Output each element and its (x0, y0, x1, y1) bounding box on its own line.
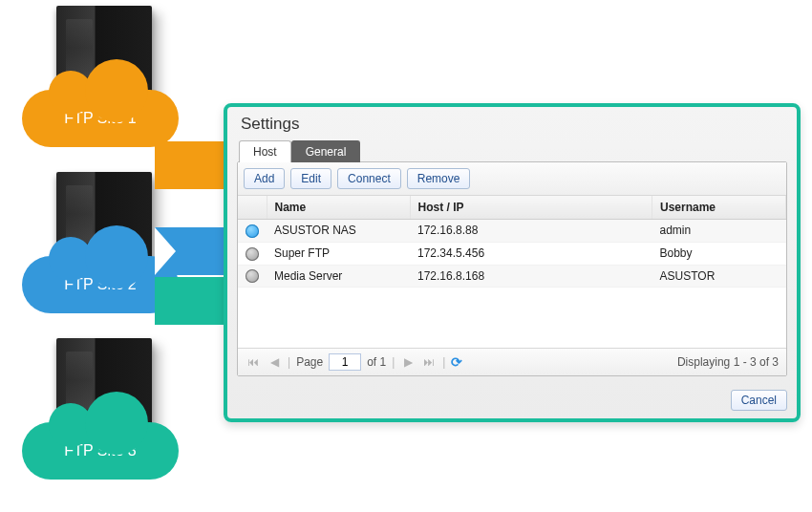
refresh-icon[interactable]: ⟳ (451, 354, 462, 370)
toolbar: Add Edit Connect Remove (238, 162, 786, 196)
add-button[interactable]: Add (244, 168, 285, 189)
table-header-row: Name Host / IP Username (238, 196, 786, 220)
page-next-icon[interactable]: ▶ (400, 354, 416, 370)
settings-window: Settings Host General Add Edit Connect R… (224, 103, 801, 422)
tabbar: Host General (227, 139, 797, 161)
cell-host: 172.16.8.168 (410, 265, 652, 288)
page-last-icon[interactable]: ⏭ (421, 354, 437, 370)
col-user[interactable]: Username (652, 196, 786, 220)
edit-button[interactable]: Edit (290, 168, 331, 189)
ftp-site-3: FTP Site 3 (14, 332, 186, 499)
col-icon[interactable] (238, 196, 267, 220)
cell-user: ASUSTOR (652, 265, 786, 288)
cell-host: 172.34.5.456 (410, 242, 652, 265)
separator: | (442, 355, 445, 369)
host-status-icon (246, 247, 259, 261)
tab-host[interactable]: Host (239, 140, 291, 162)
cell-name: Media Server (267, 265, 410, 288)
host-status-icon (246, 269, 259, 283)
remove-button[interactable]: Remove (407, 168, 471, 189)
cloud-label: FTP Site 3 (22, 422, 179, 480)
page-prev-icon[interactable]: ◀ (267, 354, 282, 370)
cloud-label: FTP Site 1 (22, 90, 179, 147)
host-grid: Name Host / IP Username ASUSTOR NAS172.1… (238, 196, 786, 348)
cell-host: 172.16.8.88 (410, 220, 652, 243)
host-panel: Add Edit Connect Remove Name Host / IP U… (237, 161, 787, 376)
page-input[interactable] (329, 353, 361, 371)
window-footer: Cancel (227, 384, 797, 418)
pager: ⏮ ◀ | Page of 1 | ▶ ⏭ | ⟳ Displaying 1 -… (238, 348, 786, 375)
table-row[interactable]: Super FTP172.34.5.456Bobby (238, 242, 786, 265)
table-row[interactable]: Media Server172.16.8.168ASUSTOR (238, 265, 786, 288)
page-of: of 1 (367, 355, 386, 369)
cell-name: ASUSTOR NAS (267, 220, 410, 243)
connect-button[interactable]: Connect (337, 168, 401, 189)
host-status-icon (246, 224, 259, 238)
cell-name: Super FTP (267, 242, 410, 265)
cell-user: Bobby (652, 242, 786, 265)
separator: | (392, 355, 395, 369)
tab-general[interactable]: General (291, 140, 361, 162)
separator: | (288, 355, 290, 369)
pager-summary: Displaying 1 - 3 of 3 (677, 355, 779, 369)
page-label: Page (296, 355, 323, 369)
table-row[interactable]: ASUSTOR NAS172.16.8.88admin (238, 220, 786, 243)
col-host[interactable]: Host / IP (410, 196, 652, 220)
cell-user: admin (652, 220, 786, 243)
page-first-icon[interactable]: ⏮ (246, 354, 261, 370)
window-title: Settings (227, 107, 797, 139)
col-name[interactable]: Name (267, 196, 410, 220)
cancel-button[interactable]: Cancel (731, 390, 787, 411)
